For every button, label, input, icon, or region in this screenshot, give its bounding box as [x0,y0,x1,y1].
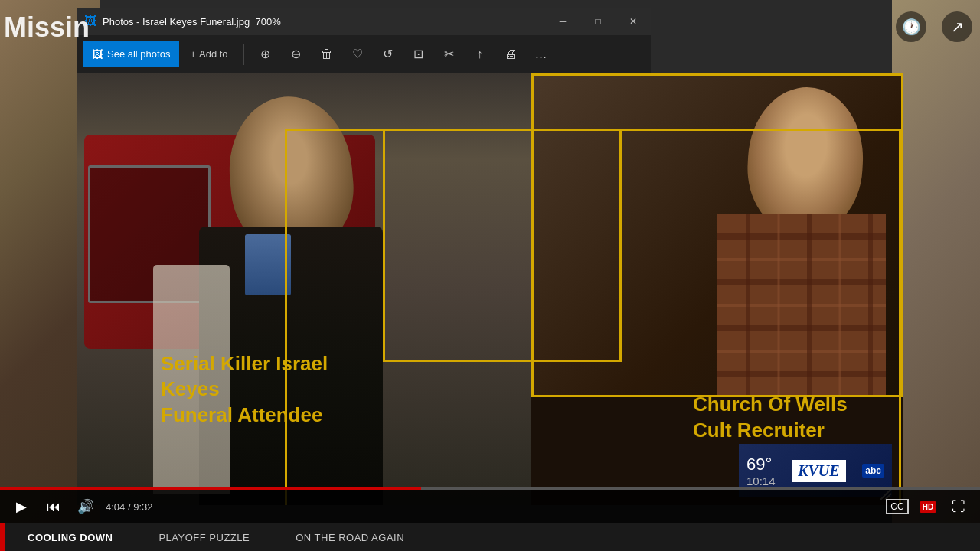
toolbar: 🖼 See all photos + Add to ⊕ ⊖ 🗑 ♡ ↺ ⊡ ✂ … [77,35,651,73]
right-label: Church Of Wells Cult Recruiter [693,392,861,444]
photos-icon: 🖼 [92,48,103,60]
skip-prev-icon: ⏮ [47,499,60,515]
zoom-out-icon: ⊖ [291,47,301,61]
fullscreen-icon: ⛶ [952,499,965,515]
skip-prev-button[interactable]: ⏮ [41,494,66,519]
bg-right [892,0,980,551]
print-button[interactable]: 🖨 [497,41,524,68]
play-icon: ▶ [16,498,27,515]
left-label-line2: Funeral Attendee [161,403,375,429]
right-label-line2: Cult Recruiter [693,418,861,444]
hd-badge: HD [920,501,936,513]
crop-icon: ⊡ [413,47,423,61]
print-icon: 🖨 [505,47,517,61]
kvue-abc-badge: abc [862,464,884,478]
share-icon[interactable]: ↗ [942,11,972,42]
photo-left [77,73,531,505]
plus-icon: + [190,48,196,60]
title-bar-controls: ─ □ ✕ [545,8,651,35]
close-button[interactable]: ✕ [616,8,651,35]
scissors-icon: ✂ [444,47,454,61]
share-button[interactable]: ↑ [466,41,494,68]
progress-bar-container[interactable] [0,487,980,490]
edit-button[interactable]: ✂ [436,41,463,68]
left-label: Serial Killer Israel Keyes Funeral Atten… [161,351,375,429]
cc-button[interactable]: CC [885,494,910,519]
delete-icon: 🗑 [321,47,333,61]
see-all-photos-button[interactable]: 🖼 See all photos [83,41,179,67]
rotate-icon: ↺ [383,47,393,61]
title-bar-left: 🖼 Photos - Israel Keyes Funeral.jpg 700% [77,15,281,28]
ellipsis-icon: … [535,47,547,61]
zoom-in-button[interactable]: ⊕ [252,41,279,68]
temperature: 69° [746,455,772,474]
right-label-line1: Church Of Wells [693,392,861,418]
missing-text: Missin [4,11,90,44]
fullscreen-button[interactable]: ⛶ [946,494,971,519]
person-left-collar [245,234,291,295]
maximize-button[interactable]: □ [580,8,616,35]
zoom-out-button[interactable]: ⊖ [283,41,310,68]
crop-button[interactable]: ⊡ [405,41,433,68]
ticker-item-2: PLAYOFF PUZZLE [136,532,273,543]
ctrl-icons-right: CC HD ⛶ [885,494,971,519]
top-right-icons: 🕐 ↗ [896,11,972,42]
delete-button[interactable]: 🗑 [313,41,341,68]
history-icon[interactable]: 🕐 [896,11,926,42]
progress-bar-fill [0,487,421,490]
favorite-button[interactable]: ♡ [344,41,371,68]
cc-icon: CC [886,499,908,514]
hd-button[interactable]: HD [916,494,940,519]
photo-right [531,73,903,397]
photo-content: 69° 10:14 KVUE abc Serial Killer Israel … [77,73,903,505]
zoom-in-icon: ⊕ [260,47,270,61]
ticker-item-1: COOLING DOWN [5,532,136,543]
volume-icon: 🔊 [77,498,94,515]
more-button[interactable]: … [528,41,555,68]
video-controls: ▶ ⏮ 🔊 4:04 / 9:32 CC HD ⛶ [0,490,980,523]
volume-button[interactable]: 🔊 [74,494,98,519]
image-display: 69° 10:14 KVUE abc Serial Killer Israel … [77,73,903,505]
ticker-item-3: ON THE ROAD AGAIN [273,532,427,543]
add-to-button[interactable]: + Add to [182,41,235,67]
play-button[interactable]: ▶ [9,494,34,519]
ticker-items: COOLING DOWN PLAYOFF PUZZLE ON THE ROAD … [5,532,980,543]
kvue-logo: KVUE [792,460,845,482]
news-ticker: COOLING DOWN PLAYOFF PUZZLE ON THE ROAD … [0,523,980,551]
add-to-label: Add to [199,48,228,60]
kvue-weather: 69° 10:14 [746,455,776,487]
title-bar: 🖼 Photos - Israel Keyes Funeral.jpg 700%… [77,8,651,35]
heart-icon: ♡ [352,47,363,61]
window-title: Photos - Israel Keyes Funeral.jpg 700% [103,16,281,28]
person-right-body [717,214,886,397]
time-display: 10:14 [746,474,776,487]
left-label-line1: Serial Killer Israel Keyes [161,351,375,403]
minimize-button[interactable]: ─ [545,8,580,35]
see-all-photos-label: See all photos [107,48,170,60]
time-display: 4:04 / 9:32 [106,501,152,513]
upload-icon: ↑ [477,47,483,61]
rotate-button[interactable]: ↺ [374,41,402,68]
toolbar-separator-1 [243,44,244,65]
